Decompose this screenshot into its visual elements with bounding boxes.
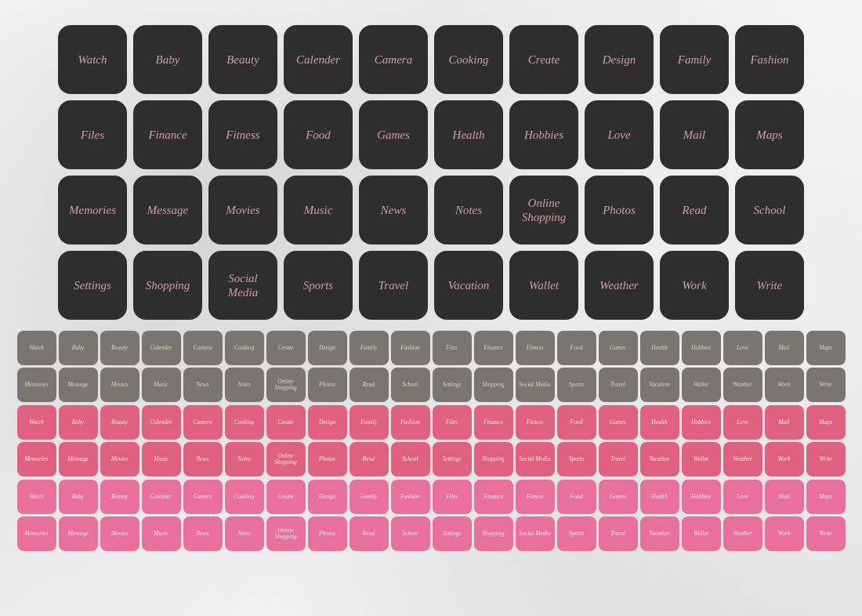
small-icon-sports[interactable]: Sports: [557, 368, 596, 402]
small-icon-mail[interactable]: Mail: [765, 405, 804, 440]
large-icon-social-media[interactable]: Social Media: [208, 251, 277, 320]
large-icon-design[interactable]: Design: [585, 25, 654, 94]
large-icon-memories[interactable]: Memories: [58, 176, 127, 245]
small-icon-message[interactable]: Message: [59, 442, 98, 476]
small-icon-camera[interactable]: Camera: [183, 405, 223, 440]
small-icon-files[interactable]: Files: [433, 405, 472, 440]
small-icon-social-media[interactable]: Social Media: [516, 442, 555, 476]
small-icon-mail[interactable]: Mail: [765, 480, 804, 514]
small-icon-settings[interactable]: Settings: [433, 442, 472, 476]
large-icon-health[interactable]: Health: [434, 100, 503, 169]
small-icon-online-shopping[interactable]: Online Shopping: [266, 516, 306, 551]
large-icon-files[interactable]: Files: [58, 100, 127, 169]
small-icon-health[interactable]: Health: [640, 331, 679, 365]
small-icon-news[interactable]: News: [183, 368, 223, 402]
small-icon-write[interactable]: Write: [806, 516, 846, 551]
small-icon-cooking[interactable]: Cooking: [225, 480, 264, 514]
small-icon-fashion[interactable]: Fashion: [391, 405, 430, 440]
small-icon-create[interactable]: Create: [266, 480, 306, 514]
small-icon-food[interactable]: Food: [557, 405, 596, 440]
small-icon-wallet[interactable]: Wallet: [682, 368, 721, 402]
small-icon-food[interactable]: Food: [557, 480, 596, 514]
small-icon-travel[interactable]: Travel: [599, 516, 638, 551]
small-icon-maps[interactable]: Maps: [806, 405, 846, 440]
small-icon-read[interactable]: Read: [350, 368, 389, 402]
small-icon-write[interactable]: Write: [806, 368, 846, 402]
large-icon-calender[interactable]: Calender: [284, 25, 353, 94]
small-icon-hobbies[interactable]: Hobbies: [682, 405, 721, 440]
large-icon-baby[interactable]: Baby: [133, 25, 202, 94]
large-icon-work[interactable]: Work: [660, 251, 729, 320]
small-icon-camera[interactable]: Camera: [183, 480, 223, 514]
large-icon-cooking[interactable]: Cooking: [434, 25, 503, 94]
small-icon-fashion[interactable]: Fashion: [391, 480, 430, 514]
large-icon-games[interactable]: Games: [359, 100, 428, 169]
small-icon-calender[interactable]: Calender: [142, 331, 181, 365]
large-icon-sports[interactable]: Sports: [284, 251, 353, 320]
small-icon-photos[interactable]: Photos: [308, 516, 347, 551]
small-icon-finance[interactable]: Finance: [474, 405, 513, 440]
small-icon-watch[interactable]: Watch: [17, 480, 56, 514]
small-icon-games[interactable]: Games: [599, 405, 638, 440]
large-icon-family[interactable]: Family: [660, 25, 729, 94]
small-icon-photos[interactable]: Photos: [308, 442, 347, 476]
small-icon-online-shopping[interactable]: Online Shopping: [266, 442, 306, 476]
small-icon-watch[interactable]: Watch: [17, 331, 56, 365]
large-icon-love[interactable]: Love: [585, 100, 654, 169]
small-icon-baby[interactable]: Baby: [59, 480, 98, 514]
small-icon-music[interactable]: Music: [142, 442, 181, 476]
small-icon-message[interactable]: Message: [59, 368, 98, 402]
small-icon-love[interactable]: Love: [723, 480, 762, 514]
small-icon-notes[interactable]: Notes: [225, 516, 264, 551]
large-icon-shopping[interactable]: Shopping: [133, 251, 202, 320]
small-icon-social-media[interactable]: Social Media: [516, 368, 555, 402]
small-icon-finance[interactable]: Finance: [474, 480, 513, 514]
small-icon-health[interactable]: Health: [640, 405, 679, 440]
small-icon-sports[interactable]: Sports: [557, 442, 596, 476]
small-icon-fitness[interactable]: Fitness: [516, 405, 555, 440]
small-icon-create[interactable]: Create: [266, 331, 306, 365]
small-icon-weather[interactable]: Weather: [723, 368, 762, 402]
large-icon-online-shopping[interactable]: Online Shopping: [509, 176, 578, 245]
small-icon-wallet[interactable]: Wallet: [682, 516, 721, 551]
small-icon-design[interactable]: Design: [308, 480, 347, 514]
small-icon-work[interactable]: Work: [765, 368, 804, 402]
small-icon-memories[interactable]: Memories: [17, 516, 56, 551]
small-icon-settings[interactable]: Settings: [433, 516, 472, 551]
large-icon-fitness[interactable]: Fitness: [208, 100, 277, 169]
small-icon-online-shopping[interactable]: Online Shopping: [266, 368, 306, 402]
small-icon-shopping[interactable]: Shopping: [474, 368, 513, 402]
large-icon-create[interactable]: Create: [509, 25, 578, 94]
small-icon-files[interactable]: Files: [433, 480, 472, 514]
small-icon-music[interactable]: Music: [142, 516, 181, 551]
large-icon-vacation[interactable]: Vacation: [434, 251, 503, 320]
large-icon-camera[interactable]: Camera: [359, 25, 428, 94]
small-icon-fitness[interactable]: Fitness: [516, 480, 555, 514]
small-icon-cooking[interactable]: Cooking: [225, 405, 264, 440]
large-icon-fashion[interactable]: Fashion: [735, 25, 804, 94]
small-icon-health[interactable]: Health: [640, 480, 679, 514]
small-icon-create[interactable]: Create: [266, 405, 306, 440]
small-icon-beauty[interactable]: Beauty: [100, 405, 139, 440]
small-icon-settings[interactable]: Settings: [433, 368, 472, 402]
small-icon-design[interactable]: Design: [308, 331, 347, 365]
large-icon-read[interactable]: Read: [660, 176, 729, 245]
large-icon-finance[interactable]: Finance: [133, 100, 202, 169]
large-icon-music[interactable]: Music: [284, 176, 353, 245]
large-icon-travel[interactable]: Travel: [359, 251, 428, 320]
large-icon-news[interactable]: News: [359, 176, 428, 245]
small-icon-read[interactable]: Read: [350, 516, 389, 551]
small-icon-read[interactable]: Read: [350, 442, 389, 476]
large-icon-weather[interactable]: Weather: [585, 251, 654, 320]
small-icon-movies[interactable]: Movies: [100, 516, 139, 551]
small-icon-hobbies[interactable]: Hobbies: [682, 480, 721, 514]
large-icon-mail[interactable]: Mail: [660, 100, 729, 169]
small-icon-shopping[interactable]: Shopping: [474, 516, 513, 551]
small-icon-love[interactable]: Love: [723, 405, 762, 440]
large-icon-food[interactable]: Food: [284, 100, 353, 169]
large-icon-school[interactable]: School: [735, 176, 804, 245]
small-icon-hobbies[interactable]: Hobbies: [682, 331, 721, 365]
small-icon-news[interactable]: News: [183, 442, 223, 476]
small-icon-games[interactable]: Games: [599, 480, 638, 514]
large-icon-watch[interactable]: Watch: [58, 25, 127, 94]
